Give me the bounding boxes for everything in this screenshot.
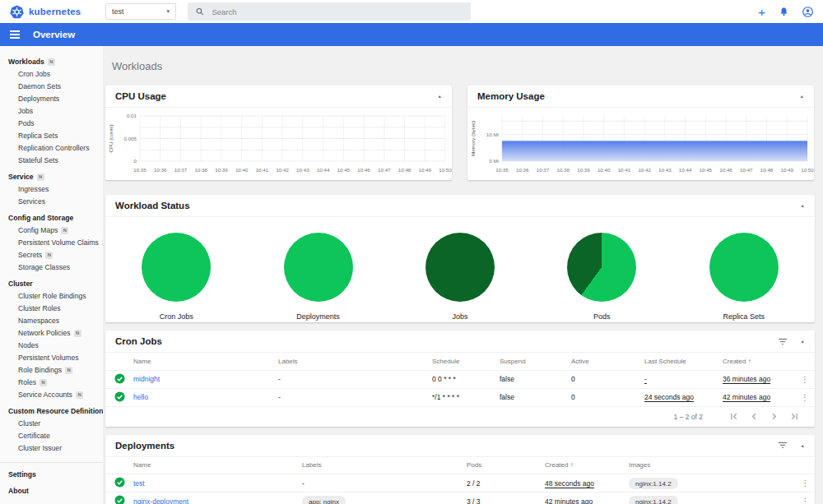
row-menu-icon[interactable]: ⋮ — [795, 370, 815, 388]
cpu-usage-chart: 10:3510:3610:3710:3810:3910:4010:4110:42… — [105, 108, 452, 179]
row-menu-icon[interactable]: ⋮ — [796, 474, 815, 492]
status-pie-chart — [709, 233, 779, 302]
filter-icon[interactable] — [778, 338, 788, 345]
cronjob-name-link[interactable]: midnight — [133, 375, 160, 383]
sidebar-item[interactable]: Cluster — [0, 278, 103, 290]
svg-text:10:46: 10:46 — [719, 167, 732, 173]
sidebar-item-label: Config Maps — [18, 224, 58, 237]
sidebar-item[interactable]: Nodes — [0, 340, 103, 352]
col-labels[interactable]: Labels — [278, 353, 432, 370]
sidebar-item[interactable]: Stateful Sets — [0, 155, 103, 167]
svg-text:0: 0 — [134, 158, 137, 164]
sidebar-item[interactable]: Workloads N — [0, 56, 103, 68]
sidebar-item[interactable]: Cluster — [0, 418, 103, 430]
col-created[interactable]: Created ↑ — [545, 457, 629, 474]
col-suspend[interactable]: Suspend — [500, 353, 571, 370]
notifications-bell-icon[interactable] — [779, 7, 788, 16]
svg-text:10:44: 10:44 — [317, 167, 330, 173]
sidebar-item[interactable]: Storage Classes — [0, 261, 103, 274]
svg-text:10:44: 10:44 — [679, 167, 692, 173]
svg-text:10:49: 10:49 — [419, 167, 432, 173]
sidebar-item[interactable]: Replica Sets — [0, 130, 103, 142]
col-name[interactable]: Name — [133, 353, 278, 370]
sidebar-item[interactable]: Cluster Role Bindings — [0, 290, 103, 303]
sidebar-item[interactable]: Replication Controllers — [0, 142, 103, 155]
col-schedule[interactable]: Schedule — [432, 353, 500, 370]
next-page-icon[interactable] — [764, 412, 783, 421]
cronjob-suspend: false — [500, 370, 571, 388]
sidebar-item-label: Replica Sets — [18, 130, 58, 142]
sidebar-item-label: About — [8, 483, 29, 499]
sidebar-item[interactable]: Pods — [0, 118, 103, 130]
svg-text:10:50: 10:50 — [801, 167, 814, 173]
sidebar-item[interactable]: Config Maps N — [0, 224, 103, 237]
create-resource-button[interactable]: + — [758, 6, 765, 18]
first-page-icon[interactable] — [724, 412, 744, 421]
collapse-icon[interactable]: ▲ — [801, 203, 805, 208]
status-pie-chart — [142, 233, 211, 302]
sidebar-item[interactable]: Daemon Sets — [0, 81, 103, 93]
sidebar-item-label: Certificate — [18, 430, 50, 442]
table-row: nginx-deployment app: nginx 3 / 3 42 min… — [105, 492, 815, 504]
col-last-schedule[interactable]: Last Schedule — [644, 353, 723, 370]
sidebar-item[interactable]: Service Accounts N — [0, 389, 103, 401]
search-bar[interactable] — [188, 2, 471, 21]
kubernetes-helm-icon — [10, 5, 24, 19]
col-created[interactable]: Created ↑ — [723, 353, 795, 370]
sidebar-item[interactable]: Cron Jobs — [0, 68, 103, 81]
new-badge: N — [76, 391, 83, 400]
row-menu-icon[interactable]: ⋮ — [795, 388, 815, 406]
col-active[interactable]: Active — [571, 353, 644, 370]
namespace-selector[interactable]: test ▾ — [105, 3, 176, 20]
sidebar-item[interactable]: Persistent Volume Claims N — [0, 237, 103, 249]
workload-status-pies: Cron Jobs Deployments Jobs Pods — [105, 217, 815, 321]
search-input[interactable] — [212, 7, 463, 16]
sidebar-item[interactable]: Config and Storage — [0, 212, 103, 224]
top-toolbar: kubernetes test ▾ + — [0, 0, 823, 23]
col-name[interactable]: Name — [133, 457, 302, 474]
kubernetes-logo[interactable]: kubernetes — [10, 5, 102, 19]
sidebar-item[interactable]: Namespaces — [0, 315, 103, 327]
collapse-icon[interactable]: ▲ — [800, 94, 804, 99]
svg-text:10:48: 10:48 — [760, 167, 774, 173]
sidebar-item[interactable]: Secrets N — [0, 249, 103, 261]
col-labels[interactable]: Labels — [302, 457, 467, 474]
sidebar-item[interactable]: Network Policies N — [0, 327, 103, 340]
sidebar-item-label: Cron Jobs — [18, 68, 50, 81]
sidebar-item[interactable]: About — [0, 483, 103, 499]
deployment-name-link[interactable]: test — [133, 479, 145, 488]
svg-text:10:50: 10:50 — [439, 167, 452, 173]
sidebar-item[interactable]: Persistent Volumes — [0, 352, 103, 364]
svg-text:10:41: 10:41 — [618, 167, 631, 173]
col-images[interactable]: Images — [629, 457, 796, 474]
menu-hamburger-icon[interactable] — [8, 27, 21, 42]
collapse-icon[interactable]: ▲ — [801, 339, 805, 344]
sidebar-item[interactable]: Role Bindings N — [0, 364, 103, 377]
deployments-table: Name Labels Pods Created ↑ Images — [105, 457, 815, 504]
collapse-icon[interactable]: ▲ — [801, 443, 805, 448]
collapse-icon[interactable]: ▲ — [438, 94, 442, 99]
cronjob-name-link[interactable]: hello — [133, 393, 148, 401]
sidebar-item[interactable]: Cluster Roles — [0, 303, 103, 315]
svg-text:10:39: 10:39 — [215, 167, 228, 173]
sidebar-item[interactable]: Service N — [0, 171, 103, 183]
sidebar-item[interactable]: Jobs — [0, 105, 103, 118]
sidebar-item[interactable]: Roles N — [0, 377, 103, 389]
sidebar-item[interactable]: Ingresses — [0, 183, 103, 196]
sidebar-item[interactable]: Services — [0, 196, 103, 208]
user-account-icon[interactable] — [802, 7, 813, 17]
row-menu-icon[interactable]: ⋮ — [796, 492, 815, 504]
col-pods[interactable]: Pods — [467, 457, 545, 474]
sidebar-item[interactable]: Custom Resource Definitions — [0, 405, 103, 418]
sidebar-item[interactable]: Settings — [0, 466, 103, 483]
sidebar-item[interactable]: Deployments — [0, 93, 103, 105]
previous-page-icon[interactable] — [744, 412, 764, 421]
svg-text:10:39: 10:39 — [577, 167, 590, 173]
filter-icon[interactable] — [778, 442, 788, 449]
deployment-name-link[interactable]: nginx-deployment — [133, 497, 188, 504]
workload-pie-item: Pods — [552, 233, 651, 321]
sidebar-item-label: Pods — [18, 118, 35, 130]
sidebar-item[interactable]: Cluster Issuer — [0, 442, 103, 455]
last-page-icon[interactable] — [783, 412, 803, 421]
sidebar-item[interactable]: Certificate — [0, 430, 103, 442]
